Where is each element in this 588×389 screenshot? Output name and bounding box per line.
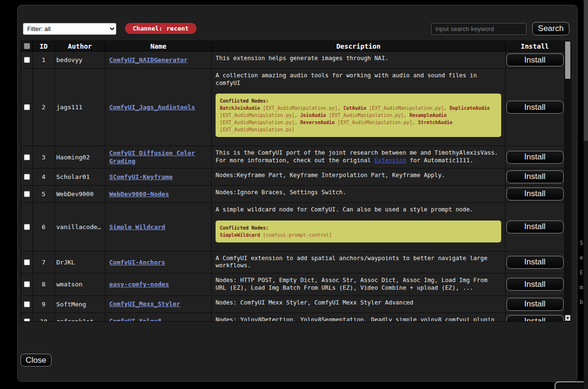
row-description: A collection amazing audio tools for wor… (212, 69, 505, 146)
nodes-table: ID Author Name Description Install 1bedo… (21, 41, 571, 322)
conflict-node-name: JoinAudio (300, 113, 326, 118)
row-description: This is the ComfyUI port of the joint re… (212, 146, 505, 168)
select-all-header-cell (21, 41, 33, 51)
row-id: 2 (33, 69, 55, 146)
node-name-link[interactable]: ComfyUI_Jags_Audiotools (109, 103, 195, 112)
node-name-link[interactable]: easy-comfy-nodes (109, 280, 169, 289)
table-header-row: ID Author Name Description Install (21, 41, 565, 52)
row-select-checkbox[interactable] (24, 174, 30, 180)
row-select-checkbox[interactable] (24, 57, 30, 63)
header-description: Description (212, 41, 505, 51)
select-all-checkbox[interactable] (24, 43, 30, 49)
row-description: Nodes: Yolov8Detection, Yolov8Segmentati… (212, 313, 505, 322)
description-link[interactable]: Extension (374, 157, 406, 164)
install-button[interactable]: Install (506, 315, 564, 322)
install-button[interactable]: Install (506, 101, 564, 114)
page-scrollbar-thumb[interactable] (584, 0, 588, 141)
row-description: Nodes:Ignore Braces, Settings Switch. (212, 186, 505, 202)
conflict-node-ref: [EXT_AudioManipulation.py] (220, 120, 295, 125)
row-id: 10 (33, 313, 55, 322)
conflict-node-name: SimpleWildcard (220, 232, 260, 238)
conflict-node-ref: [EXT_AudioManipulation.py] (220, 113, 295, 118)
install-button[interactable]: Install (506, 278, 564, 291)
node-name-link[interactable]: ComfyUI_NAIDGenerator (109, 56, 187, 64)
row-select-checkbox[interactable] (24, 224, 30, 230)
header-name: Name (105, 41, 212, 51)
row-id: 8 (33, 273, 55, 295)
row-description: Nodes: HTTP POST, Empty Dict, Assoc Str,… (212, 273, 505, 295)
conflict-box: Conflicted Nodes:SimpleWildcard [comfyui… (216, 221, 501, 242)
install-button[interactable]: Install (506, 221, 564, 233)
table-scrollbar: ▼ (564, 41, 571, 321)
row-author: zcfrank1st (55, 313, 105, 322)
install-button[interactable]: Install (506, 151, 564, 164)
table-row: 1bedovyyComfyUI_NAIDGeneratorThis extens… (21, 52, 565, 69)
row-id: 4 (33, 168, 55, 185)
conflict-node-name: DuplicateAudio (450, 105, 490, 111)
row-author: jags111 (55, 69, 105, 146)
node-name-link[interactable]: WebDev9000-Nodes (109, 190, 169, 199)
conflict-node-name: BatchJoinAudio (220, 105, 260, 111)
table-row: 2jags111ComfyUI_Jags_AudiotoolsA collect… (21, 69, 565, 146)
conflict-node-name: StretchAudio (418, 120, 452, 125)
search-input[interactable] (431, 23, 526, 35)
conflict-node-name: ResampleAudio (409, 113, 446, 118)
row-select-checkbox[interactable] (24, 281, 30, 287)
install-button[interactable]: Install (506, 298, 564, 311)
node-name-link[interactable]: ComfyUI_Mexx_Styler (109, 300, 180, 308)
channel-badge: Channel: recent (125, 23, 196, 34)
row-select-checkbox[interactable] (24, 154, 30, 160)
row-select-checkbox[interactable] (24, 318, 30, 322)
conflict-node-ref: [EXT_AudioManipulation.py] (326, 113, 404, 118)
header-install: Install (505, 41, 565, 51)
install-button[interactable]: Install (506, 188, 564, 200)
row-description: Nodes:Keyframe Part, Keyframe Interpolat… (212, 168, 505, 185)
row-select-checkbox[interactable] (24, 104, 30, 110)
row-id: 1 (33, 52, 55, 68)
node-name-link[interactable]: ComfyUI Yolov8 (109, 317, 162, 322)
conflict-node-name: CutAudio (343, 105, 366, 111)
scroll-down-arrow-icon[interactable]: ▼ (565, 315, 570, 321)
page-scrollbar (584, 0, 588, 389)
conflict-node-name: ReverseAudio (300, 120, 335, 125)
close-button[interactable]: Close (21, 354, 52, 367)
install-button[interactable]: Install (506, 170, 564, 183)
table-row: 4Scholar01SComfyUI-KeyframeNodes:Keyfram… (21, 168, 565, 186)
row-author: bedovyy (55, 52, 105, 68)
row-author: WebDev9000 (55, 186, 105, 202)
row-select-checkbox[interactable] (24, 301, 30, 307)
row-author: wmatson (55, 273, 105, 295)
row-author: vanillacode314 (55, 203, 105, 251)
row-id: 7 (33, 252, 55, 273)
table-scrollbar-thumb[interactable] (565, 42, 570, 79)
table-row: 9SoftMengComfyUI_Mexx_StylerNodes: Comfy… (21, 296, 565, 313)
custom-nodes-manager-dialog: Filter: all Channel: recent Search ID Au… (17, 5, 578, 382)
row-author: DrJKL (55, 252, 105, 273)
filter-select[interactable]: Filter: all (23, 23, 116, 35)
node-name-link[interactable]: SComfyUI-Keyframe (109, 173, 173, 181)
row-id: 6 (33, 203, 55, 251)
row-id: 9 (33, 296, 55, 313)
node-name-link[interactable]: ComfyUI Diffusion Color Grading (109, 149, 207, 166)
row-description: This extension helps generate images thr… (212, 52, 505, 68)
conflict-node-ref: [EXT_AudioManipulation.py] (220, 127, 295, 132)
row-author: SoftMeng (55, 296, 105, 313)
table-row: 8wmatsoneasy-comfy-nodesNodes: HTTP POST… (21, 273, 565, 295)
node-name-link[interactable]: Simple Wildcard (109, 223, 165, 231)
conflict-title: Conflicted Nodes: (220, 97, 497, 105)
table-row: 6vanillacode314Simple WildcardA simple w… (21, 203, 565, 252)
conflict-node-ref: [EXT_AudioManipulation.py] (366, 105, 444, 111)
install-button[interactable]: Install (506, 256, 564, 269)
row-id: 3 (33, 146, 55, 168)
search-button[interactable]: Search (532, 22, 569, 35)
table-row: 3Haoming02ComfyUI Diffusion Color Gradin… (21, 146, 565, 168)
node-name-link[interactable]: ComfyUI-Anchors (109, 258, 165, 267)
install-button[interactable]: Install (506, 53, 564, 66)
row-select-checkbox[interactable] (24, 259, 30, 265)
row-id: 5 (33, 186, 55, 202)
conflict-node-ref: [EXT_AudioManipulation.py] (335, 120, 413, 125)
conflict-title: Conflicted Nodes: (220, 224, 497, 231)
table-row: 7DrJKLComfyUI-AnchorsA ComfyUI extension… (21, 252, 565, 273)
table-row: 10zcfrank1stComfyUI Yolov8Nodes: Yolov8D… (21, 313, 565, 322)
row-select-checkbox[interactable] (24, 191, 30, 197)
